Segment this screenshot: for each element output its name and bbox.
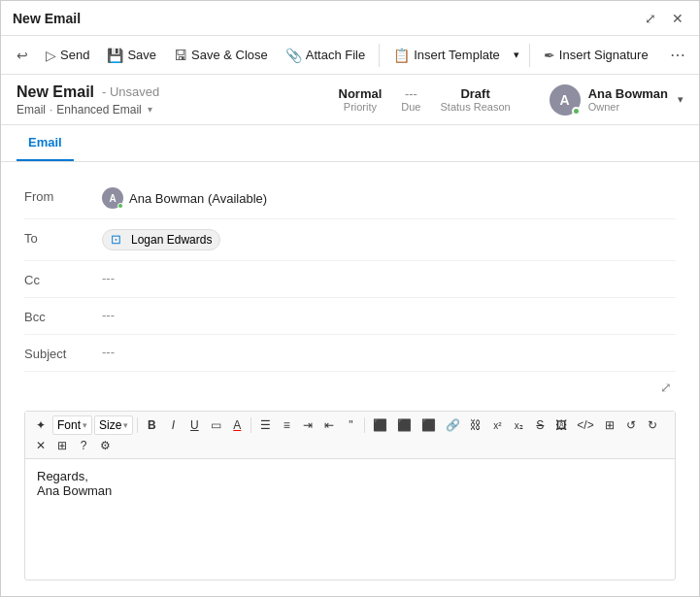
save-button[interactable]: 💾 Save: [99, 43, 164, 68]
due-value: ---: [405, 86, 417, 101]
subject-value[interactable]: ---: [102, 345, 676, 359]
email-title: New Email: [17, 83, 94, 101]
popout-button[interactable]: ⤢: [641, 9, 660, 28]
breadcrumb-enhanced-email[interactable]: Enhanced Email: [56, 103, 141, 116]
owner-section: A Ana Bowman Owner ▾: [550, 84, 683, 116]
bold-button[interactable]: B: [142, 416, 161, 434]
send-label: Send: [60, 48, 89, 62]
signature-line1: Regards,: [37, 469, 663, 483]
settings-button[interactable]: ⚙: [95, 437, 115, 454]
quote-button[interactable]: ": [341, 416, 360, 434]
subject-row: Subject ---: [24, 335, 676, 372]
from-row: From A Ana Bowman (Available): [24, 178, 676, 219]
superscript-button[interactable]: x²: [487, 418, 507, 433]
align-right-button[interactable]: ⬛: [417, 416, 440, 434]
owner-role: Owner: [588, 101, 668, 113]
template-dropdown-button[interactable]: ▾: [510, 44, 523, 66]
info-bar: New Email - Unsaved Email · Enhanced Ema…: [1, 75, 699, 125]
toolbar-separator-1: [379, 44, 380, 67]
size-label: Size: [99, 418, 121, 432]
breadcrumb-email[interactable]: Email: [17, 103, 46, 116]
window-title: New Email: [13, 11, 81, 26]
insert-template-button[interactable]: 📋 Insert Template: [385, 43, 508, 68]
close-button[interactable]: ✕: [668, 9, 687, 28]
highlight-button[interactable]: ▭: [206, 416, 225, 434]
help-button[interactable]: ?: [74, 437, 93, 454]
to-chip[interactable]: ⊡ Logan Edwards: [102, 229, 220, 250]
insert-signature-button[interactable]: ✒ Insert Signature: [536, 43, 656, 68]
rte-sep-1: [137, 417, 138, 433]
save-close-button[interactable]: 🖫 Save & Close: [166, 43, 276, 68]
subject-label: Subject: [24, 345, 102, 361]
strikethrough-button[interactable]: S: [530, 416, 550, 434]
rte-signature: Regards, Ana Bowman: [37, 469, 663, 498]
from-name[interactable]: Ana Bowman (Available): [129, 191, 267, 206]
insert-template-icon: 📋: [393, 48, 410, 63]
toolbar-separator-2: [529, 44, 530, 67]
clear-format-button[interactable]: ✕: [31, 437, 50, 454]
toolbar: ↩ ▷ Send 💾 Save 🖫 Save & Close 📎 Attach …: [1, 36, 699, 75]
align-center-button[interactable]: ⬛: [393, 416, 416, 434]
align-left-button[interactable]: ⬛: [369, 416, 391, 434]
breadcrumb-separator: ·: [50, 103, 52, 116]
email-window: New Email ⤢ ✕ ↩ ▷ Send 💾 Save 🖫 Save & C…: [0, 0, 700, 597]
owner-name[interactable]: Ana Bowman: [588, 86, 668, 101]
bcc-value[interactable]: ---: [102, 308, 676, 322]
expand-toolbar-button[interactable]: ⊞: [52, 437, 72, 454]
to-row: To ⊡ Logan Edwards: [24, 219, 676, 261]
breadcrumb-chevron-icon[interactable]: ▾: [148, 104, 152, 115]
insert-signature-label: Insert Signature: [559, 48, 649, 62]
font-selector[interactable]: Font ▾: [52, 415, 92, 435]
bcc-row: Bcc ---: [24, 298, 676, 335]
attach-file-button[interactable]: 📎 Attach File: [278, 43, 373, 68]
subject-dashes: ---: [102, 345, 115, 359]
bcc-dashes: ---: [102, 308, 115, 322]
contact-icon: ⊡: [111, 232, 126, 248]
ai-assist-button[interactable]: ✦: [31, 415, 50, 435]
tab-bar: Email: [1, 125, 699, 162]
from-avatar: A: [102, 187, 123, 209]
priority-value: Normal: [339, 86, 383, 101]
cc-dashes: ---: [102, 271, 115, 285]
table-button[interactable]: ⊞: [600, 416, 619, 434]
italic-button[interactable]: I: [163, 416, 183, 434]
signature-line2: Ana Bowman: [37, 483, 663, 498]
undo-button[interactable]: ↺: [621, 416, 641, 434]
tab-email[interactable]: Email: [17, 125, 74, 161]
priority-label: Priority: [344, 101, 377, 113]
link-button[interactable]: 🔗: [442, 416, 464, 434]
status-value: Draft: [460, 86, 489, 101]
save-close-label: Save & Close: [191, 48, 268, 62]
cc-value[interactable]: ---: [102, 271, 676, 285]
attach-label: Attach File: [306, 48, 365, 62]
due-meta: --- Due: [401, 86, 420, 113]
subscript-button[interactable]: x₂: [509, 418, 528, 433]
expand-button[interactable]: ⤢: [656, 376, 676, 399]
rich-text-editor: ✦ Font ▾ Size ▾ B I U ▭ A ☰ ≡ ⇥ ⇤: [24, 411, 676, 580]
owner-info: Ana Bowman Owner: [588, 86, 668, 113]
cc-label: Cc: [24, 271, 102, 287]
cc-row: Cc ---: [24, 261, 676, 298]
numbered-list-button[interactable]: ≡: [277, 416, 296, 434]
to-label: To: [24, 229, 102, 246]
indent-button[interactable]: ⇥: [298, 416, 317, 434]
toolbar-more-button[interactable]: ⋯: [664, 42, 691, 68]
unlink-button[interactable]: ⛓: [466, 416, 485, 434]
bullet-list-button[interactable]: ☰: [255, 416, 275, 434]
rte-body[interactable]: Regards, Ana Bowman: [25, 459, 675, 580]
compose-back-button[interactable]: ↩: [9, 43, 36, 68]
email-title-row: New Email - Unsaved: [17, 83, 339, 101]
save-close-icon: 🖫: [174, 48, 187, 63]
due-label: Due: [401, 101, 420, 113]
size-selector[interactable]: Size ▾: [94, 415, 133, 435]
underline-button[interactable]: U: [184, 416, 204, 434]
owner-dropdown-chevron-icon[interactable]: ▾: [678, 93, 683, 106]
send-button[interactable]: ▷ Send: [38, 43, 97, 68]
outdent-button[interactable]: ⇤: [319, 416, 339, 434]
insert-template-label: Insert Template: [414, 48, 500, 62]
save-icon: 💾: [107, 48, 123, 63]
redo-button[interactable]: ↻: [643, 416, 662, 434]
code-button[interactable]: </>: [573, 416, 597, 434]
image-button[interactable]: 🖼: [551, 416, 571, 434]
font-color-button[interactable]: A: [227, 416, 247, 434]
